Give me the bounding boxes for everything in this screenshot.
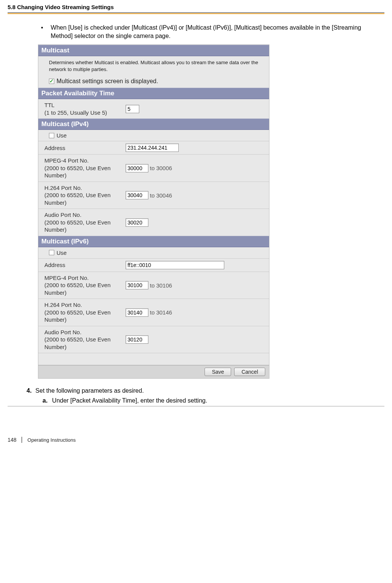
- header-rules: [8, 13, 384, 14]
- ttl-row: TTL (1 to 255, Usually Use 5): [38, 99, 269, 118]
- ipv6-header: Multicast (IPv6): [38, 236, 269, 247]
- ttl-input[interactable]: [126, 105, 139, 113]
- ipv4-mpeg-label: MPEG-4 Port No. (2000 to 65520, Use Even…: [41, 157, 122, 179]
- page-footer: 148 Operating Instructions: [0, 437, 392, 450]
- ipv6-address-row: Address: [38, 259, 269, 272]
- ipv4-mpeg-to: to 30006: [150, 165, 172, 171]
- ipv4-h264-label: H.264 Port No. (2000 to 65520, Use Even …: [41, 184, 122, 207]
- ipv6-audio-input[interactable]: [126, 335, 148, 344]
- button-bar: Save Cancel: [38, 365, 269, 378]
- save-button[interactable]: Save: [205, 368, 231, 376]
- multicast-display-checkbox[interactable]: [49, 79, 54, 84]
- ipv4-use-label: Use: [57, 132, 67, 139]
- footer-label: Operating Instructions: [27, 437, 76, 443]
- ipv6-h264-input[interactable]: [126, 308, 148, 317]
- multicast-display-label: Multicast settings screen is displayed.: [57, 78, 158, 85]
- ipv6-h264-label: H.264 Port No. (2000 to 65520, Use Even …: [41, 301, 122, 324]
- ipv4-audio-label: Audio Port No. (2000 to 65520, Use Even …: [41, 211, 122, 234]
- ipv4-address-label: Address: [41, 144, 122, 152]
- bullet-icon: •: [41, 24, 43, 40]
- ipv6-audio-row: Audio Port No. (2000 to 65520, Use Even …: [38, 326, 269, 353]
- ipv6-use-row: Use: [38, 247, 269, 258]
- ipv6-audio-label: Audio Port No. (2000 to 65520, Use Even …: [41, 329, 122, 351]
- ipv4-address-input[interactable]: [126, 144, 179, 152]
- ipv6-address-label: Address: [41, 261, 122, 269]
- page-section-header: 5.8 Changing Video Streaming Settings: [0, 0, 392, 11]
- ipv4-h264-input[interactable]: [126, 191, 148, 199]
- ipv4-mpeg-input[interactable]: [126, 164, 148, 172]
- step-4a-text: Under [Packet Availability Time], enter …: [52, 396, 207, 405]
- ipv6-address-input[interactable]: [126, 261, 224, 269]
- ipv6-mpeg-label: MPEG-4 Port No. (2000 to 65520, Use Even…: [41, 274, 122, 297]
- settings-panel: Multicast Determines whether Multicast i…: [38, 44, 269, 379]
- ipv6-use-checkbox[interactable]: [49, 250, 54, 255]
- bullet-note: • When [Use] is checked under [Multicast…: [38, 24, 384, 40]
- ipv6-h264-to: to 30146: [150, 309, 172, 316]
- ipv4-audio-row: Audio Port No. (2000 to 65520, Use Even …: [38, 209, 269, 236]
- instructions: 4. Set the following parameters as desir…: [38, 386, 384, 405]
- ipv6-mpeg-input[interactable]: [126, 281, 148, 289]
- cancel-button[interactable]: Cancel: [234, 368, 265, 376]
- packet-availability-header: Packet Availability Time: [38, 88, 269, 99]
- ipv4-mpeg-row: MPEG-4 Port No. (2000 to 65520, Use Even…: [38, 155, 269, 182]
- ipv6-mpeg-to: to 30106: [150, 282, 172, 289]
- ipv4-h264-to: to 30046: [150, 192, 172, 199]
- page-number: 148: [8, 437, 16, 443]
- step-4a-number: a.: [43, 396, 47, 405]
- ipv6-h264-row: H.264 Port No. (2000 to 65520, Use Even …: [38, 299, 269, 326]
- footer-divider: [22, 437, 22, 443]
- ipv6-mpeg-row: MPEG-4 Port No. (2000 to 65520, Use Even…: [38, 272, 269, 299]
- multicast-header: Multicast: [38, 45, 269, 56]
- multicast-display-check-row: Multicast settings screen is displayed.: [38, 76, 269, 88]
- ttl-label: TTL (1 to 255, Usually Use 5): [41, 101, 122, 116]
- ipv4-use-row: Use: [38, 130, 269, 141]
- ipv4-header: Multicast (IPv4): [38, 118, 269, 130]
- step-4-text: Set the following parameters as desired.: [35, 386, 143, 395]
- multicast-description: Determines whether Multicast is enabled.…: [38, 56, 269, 76]
- ipv4-h264-row: H.264 Port No. (2000 to 65520, Use Even …: [38, 182, 269, 209]
- ipv4-audio-input[interactable]: [126, 218, 148, 227]
- ipv4-use-checkbox[interactable]: [49, 133, 54, 138]
- step-4-number: 4.: [27, 386, 31, 395]
- ipv6-use-label: Use: [57, 250, 67, 256]
- ipv4-address-row: Address: [38, 141, 269, 154]
- bullet-text: When [Use] is checked under [Multicast (…: [51, 24, 384, 40]
